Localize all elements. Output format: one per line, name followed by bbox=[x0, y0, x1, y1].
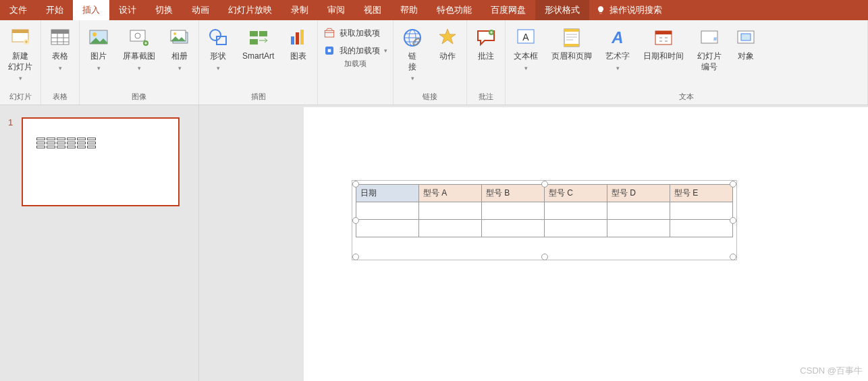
slide-thumbnail[interactable] bbox=[22, 117, 180, 206]
svg-text:A: A bbox=[612, 28, 624, 47]
shapes-icon bbox=[207, 27, 229, 49]
slide-number: 1 bbox=[8, 117, 16, 206]
header-cell[interactable]: 型号 B bbox=[482, 185, 545, 202]
header-cell[interactable]: 型号 D bbox=[607, 185, 670, 202]
slide-number-button[interactable]: # 幻灯片编号 bbox=[695, 26, 724, 74]
slide-canvas-area[interactable]: 日期 型号 A 型号 B 型号 C 型号 D 型号 E bbox=[199, 105, 868, 381]
action-button[interactable]: 动作 bbox=[434, 26, 461, 63]
group-images: 图片▾ 屏幕截图▾ 相册▾ 图像 bbox=[80, 20, 199, 105]
tab-file[interactable]: 文件 bbox=[0, 0, 36, 20]
comment-label: 批注 bbox=[478, 51, 494, 62]
selected-table-shape[interactable]: 日期 型号 A 型号 B 型号 C 型号 D 型号 E bbox=[356, 184, 733, 237]
group-links: 链接▾ 动作 链接 bbox=[394, 20, 467, 105]
slide[interactable]: 日期 型号 A 型号 B 型号 C 型号 D 型号 E bbox=[304, 107, 868, 381]
svg-point-6 bbox=[92, 32, 97, 36]
date-time-button[interactable]: 日期和时间 bbox=[641, 26, 686, 63]
textbox-label: 文本框 bbox=[514, 51, 538, 62]
comment-button[interactable]: 批注 bbox=[472, 26, 499, 63]
screenshot-button[interactable]: 屏幕截图▾ bbox=[120, 26, 158, 74]
picture-icon bbox=[88, 27, 109, 49]
screenshot-icon bbox=[128, 27, 150, 49]
header-cell[interactable]: 型号 E bbox=[670, 185, 733, 202]
header-footer-icon bbox=[561, 27, 582, 49]
tab-help[interactable]: 帮助 bbox=[391, 0, 427, 20]
svg-text:A: A bbox=[523, 32, 530, 42]
ribbon: 新建幻灯片▾ 幻灯片 表格▾ 表格 图片▾ 屏幕截图▾ 相册▾ bbox=[0, 20, 868, 105]
group-text: A 文本框▾ 页眉和页脚 A 艺术字▾ 日期和时间 # 幻灯片编号 对象 bbox=[506, 20, 868, 105]
table-icon bbox=[49, 27, 71, 49]
tell-me-search[interactable]: 操作说明搜索 bbox=[589, 0, 669, 20]
tab-features[interactable]: 特色功能 bbox=[427, 0, 481, 20]
photo-album-label: 相册 bbox=[171, 51, 188, 62]
tab-slideshow[interactable]: 幻灯片放映 bbox=[219, 0, 281, 20]
slide-thumbnail-1[interactable]: 1 bbox=[8, 117, 190, 206]
textbox-button[interactable]: A 文本框▾ bbox=[511, 26, 541, 74]
header-cell[interactable]: 型号 A bbox=[419, 185, 482, 202]
photo-album-button[interactable]: 相册▾ bbox=[166, 26, 193, 74]
group-text-label: 文本 bbox=[511, 90, 862, 105]
data-table[interactable]: 日期 型号 A 型号 B 型号 C 型号 D 型号 E bbox=[356, 184, 733, 237]
resize-handle-mr[interactable] bbox=[730, 217, 736, 224]
wordart-button[interactable]: A 艺术字▾ bbox=[603, 26, 632, 74]
resize-handle-ml[interactable] bbox=[352, 217, 359, 224]
svg-rect-19 bbox=[296, 32, 299, 45]
header-cell[interactable]: 型号 C bbox=[545, 185, 607, 202]
svg-point-13 bbox=[210, 30, 221, 40]
tab-view[interactable]: 视图 bbox=[354, 0, 391, 20]
resize-handle-br[interactable] bbox=[730, 254, 736, 260]
tab-transitions[interactable]: 切换 bbox=[146, 0, 182, 20]
tab-shape-format[interactable]: 形状格式 bbox=[535, 0, 589, 20]
link-button[interactable]: 链接▾ bbox=[399, 26, 426, 84]
my-addins-button[interactable]: 我的加载项 ▾ bbox=[323, 45, 387, 57]
store-icon bbox=[323, 27, 335, 39]
object-button[interactable]: 对象 bbox=[732, 26, 759, 63]
resize-handle-bl[interactable] bbox=[352, 254, 359, 260]
get-addins-button[interactable]: 获取加载项 bbox=[323, 27, 387, 39]
group-tables-label: 表格 bbox=[47, 90, 74, 105]
resize-handle-bm[interactable] bbox=[541, 254, 548, 260]
link-label: 链接 bbox=[408, 51, 416, 72]
date-time-icon bbox=[653, 27, 674, 49]
tab-home[interactable]: 开始 bbox=[36, 0, 73, 20]
smartart-button[interactable]: SmartArt bbox=[240, 26, 277, 63]
chart-icon bbox=[288, 27, 309, 49]
tab-animations[interactable]: 动画 bbox=[182, 0, 219, 20]
shapes-button[interactable]: 形状▾ bbox=[205, 26, 232, 74]
resize-handle-tl[interactable] bbox=[352, 181, 359, 187]
new-slide-icon bbox=[9, 27, 31, 49]
get-addins-label: 获取加载项 bbox=[340, 28, 380, 39]
header-footer-button[interactable]: 页眉和页脚 bbox=[549, 26, 595, 63]
svg-rect-17 bbox=[250, 39, 258, 45]
picture-label: 图片 bbox=[90, 51, 107, 62]
svg-rect-32 bbox=[564, 44, 579, 47]
chart-button[interactable]: 图表 bbox=[285, 26, 312, 63]
resize-handle-tm[interactable] bbox=[541, 181, 548, 187]
tab-baidu[interactable]: 百度网盘 bbox=[481, 0, 535, 20]
header-cell[interactable]: 日期 bbox=[356, 185, 419, 202]
svg-rect-31 bbox=[564, 29, 579, 32]
tab-design[interactable]: 设计 bbox=[109, 0, 146, 20]
picture-button[interactable]: 图片▾ bbox=[85, 26, 112, 74]
tab-review[interactable]: 审阅 bbox=[318, 0, 354, 20]
screenshot-label: 屏幕截图 bbox=[123, 51, 155, 62]
new-slide-button[interactable]: 新建幻灯片▾ bbox=[5, 26, 35, 84]
resize-handle-tr[interactable] bbox=[730, 181, 736, 187]
slide-thumbnails-panel[interactable]: 1 bbox=[0, 105, 199, 381]
watermark: CSDN @百事牛 bbox=[800, 365, 863, 377]
table-row[interactable] bbox=[356, 202, 733, 220]
lightbulb-icon bbox=[596, 5, 605, 15]
tab-bar: 文件 开始 插入 设计 切换 动画 幻灯片放映 录制 审阅 视图 帮助 特色功能… bbox=[0, 0, 868, 20]
tab-record[interactable]: 录制 bbox=[281, 0, 318, 20]
table-row[interactable] bbox=[356, 220, 733, 237]
svg-rect-39 bbox=[741, 34, 751, 40]
group-links-label: 链接 bbox=[399, 90, 461, 105]
group-addins-label: 加载项 bbox=[323, 57, 387, 71]
action-label: 动作 bbox=[439, 51, 456, 62]
table-button[interactable]: 表格▾ bbox=[47, 26, 74, 74]
svg-rect-15 bbox=[250, 31, 258, 36]
smartart-label: SmartArt bbox=[242, 51, 274, 62]
svg-rect-18 bbox=[291, 36, 294, 45]
tab-insert[interactable]: 插入 bbox=[73, 0, 109, 20]
addins-icon bbox=[323, 45, 335, 57]
group-comments-label: 批注 bbox=[472, 90, 499, 105]
